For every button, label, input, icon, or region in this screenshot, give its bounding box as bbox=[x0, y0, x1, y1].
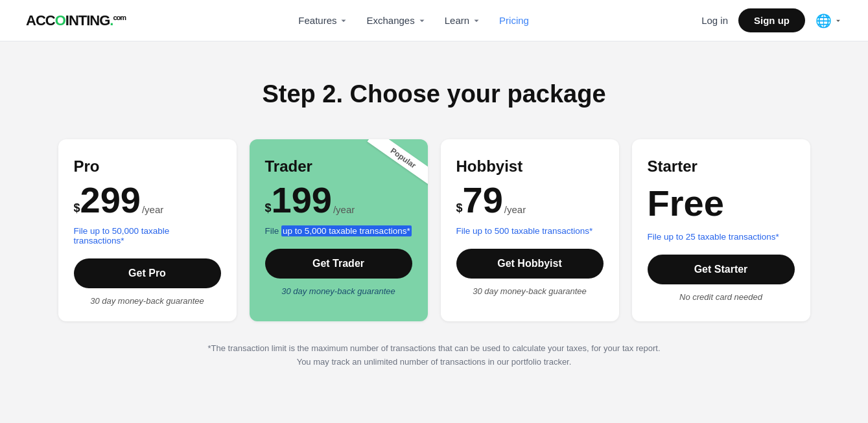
get-pro-button[interactable]: Get Pro bbox=[74, 258, 221, 288]
guarantee-starter: No credit card needed bbox=[648, 292, 795, 302]
globe-icon: 🌐 bbox=[815, 13, 832, 29]
main-content: Step 2. Choose your package Pro $ 299 /y… bbox=[45, 41, 823, 395]
plan-name-trader: Trader bbox=[265, 157, 412, 176]
plan-name-hobbyist: Hobbyist bbox=[456, 157, 604, 176]
price-row-trader: $ 199 /year bbox=[265, 182, 412, 218]
language-button[interactable]: 🌐 bbox=[815, 13, 842, 29]
price-symbol-hobbyist: $ bbox=[456, 198, 463, 218]
nav-right: Log in Sign up 🌐 bbox=[701, 8, 842, 32]
price-amount-pro: 299 bbox=[80, 182, 141, 218]
plan-card-pro: Pro $ 299 /year File up to 50,000 taxabl… bbox=[58, 139, 237, 321]
signup-button[interactable]: Sign up bbox=[738, 8, 805, 32]
plan-card-trader: Popular Trader $ 199 /year File up to 5,… bbox=[250, 139, 428, 321]
price-row-pro: $ 299 /year bbox=[74, 182, 221, 218]
price-period-trader: /year bbox=[333, 201, 355, 218]
price-free-starter: Free bbox=[648, 182, 795, 224]
plan-name-starter: Starter bbox=[648, 157, 795, 176]
nav-learn[interactable]: Learn bbox=[445, 15, 481, 26]
get-trader-button[interactable]: Get Trader bbox=[265, 249, 412, 279]
plan-desc-pro: File up to 50,000 taxable transactions* bbox=[74, 226, 221, 246]
guarantee-trader: 30 day money-back guarantee bbox=[265, 286, 412, 296]
nav-features[interactable]: Features bbox=[298, 15, 348, 26]
guarantee-hobbyist: 30 day money-back guarantee bbox=[456, 286, 604, 296]
navbar: ACCOINTING.com Features Exchanges Learn … bbox=[0, 0, 868, 41]
desc-highlight-trader: up to 5,000 taxable transactions* bbox=[281, 225, 412, 236]
nav-pricing[interactable]: Pricing bbox=[499, 15, 529, 26]
plan-desc-trader: File up to 5,000 taxable transactions* bbox=[265, 226, 412, 236]
price-amount-trader: 199 bbox=[272, 182, 332, 218]
plan-desc-hobbyist: File up to 500 taxable transactions* bbox=[456, 226, 604, 236]
login-button[interactable]: Log in bbox=[701, 15, 728, 26]
desc-before-trader: File bbox=[265, 226, 282, 236]
nav-exchanges[interactable]: Exchanges bbox=[366, 15, 426, 26]
price-amount-hobbyist: 79 bbox=[463, 182, 503, 218]
page-title: Step 2. Choose your package bbox=[58, 80, 810, 108]
price-row-hobbyist: $ 79 /year bbox=[456, 182, 604, 218]
logo[interactable]: ACCOINTING.com bbox=[26, 12, 126, 29]
nav-links: Features Exchanges Learn Pricing bbox=[147, 15, 681, 26]
get-starter-button[interactable]: Get Starter bbox=[648, 255, 795, 284]
plan-name-pro: Pro bbox=[74, 157, 221, 176]
price-period-pro: /year bbox=[142, 201, 163, 218]
guarantee-pro: 30 day money-back guarantee bbox=[74, 296, 221, 306]
get-hobbyist-button[interactable]: Get Hobbyist bbox=[456, 249, 604, 279]
pricing-grid: Pro $ 299 /year File up to 50,000 taxabl… bbox=[58, 139, 810, 321]
price-symbol-pro: $ bbox=[74, 198, 80, 218]
plan-card-starter: Starter Free File up to 25 taxable trans… bbox=[632, 139, 810, 321]
price-symbol-trader: $ bbox=[265, 198, 272, 218]
footnote: *The transaction limit is the maximum nu… bbox=[207, 342, 661, 369]
price-period-hobbyist: /year bbox=[504, 201, 526, 218]
plan-desc-starter: File up to 25 taxable transactions* bbox=[648, 232, 795, 242]
plan-card-hobbyist: Hobbyist $ 79 /year File up to 500 taxab… bbox=[441, 139, 619, 321]
